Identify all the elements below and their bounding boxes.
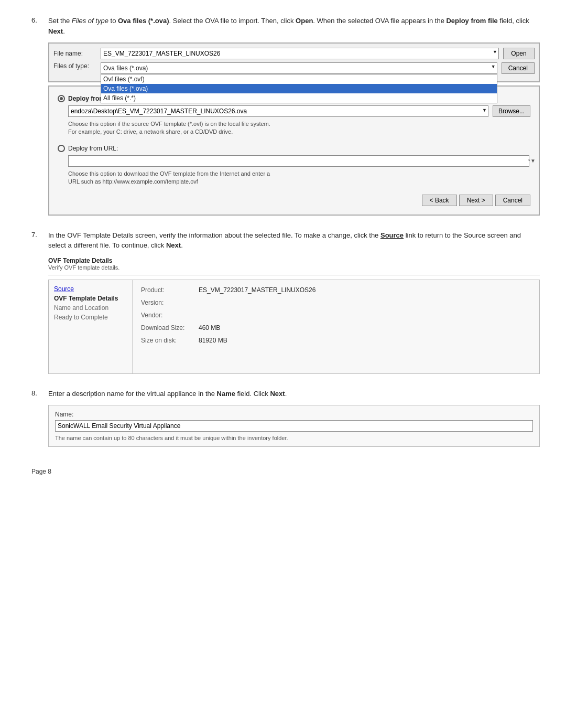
deploy-from-url-section: Deploy from URL: ▼ Choose this option to…	[58, 145, 530, 186]
url-input-wrapper: ▼	[68, 155, 530, 167]
step-7-text: In the OVF Template Details screen, veri…	[48, 230, 540, 251]
files-of-type-row: Files of type: Ova files (*.ova) Ovf fil…	[53, 62, 535, 74]
page-number: Page 8	[31, 468, 540, 475]
cancel-button-file[interactable]: Cancel	[502, 62, 535, 74]
ovf-vendor-row: Vendor:	[141, 312, 531, 319]
ovf-disk-row: Size on disk: 81920 MB	[141, 337, 531, 344]
ovf-main: Product: ES_VM_7223017_MASTER_LINUXOS26 …	[133, 280, 539, 373]
url-input[interactable]	[68, 155, 529, 167]
file-name-row: File name: Open	[53, 48, 535, 59]
file-name-select-wrapper	[101, 48, 499, 59]
files-of-type-menu[interactable]: Ovf files (*.ovf) Ova files (*.ova) All …	[101, 74, 497, 103]
step-6-text: Set the Files of type to Ova files (*.ov…	[48, 16, 540, 36]
step-number-8: 8.	[31, 389, 48, 447]
step-6-content: Set the Files of type to Ova files (*.ov…	[48, 16, 540, 216]
step-8: 8. Enter a description name for the virt…	[31, 389, 540, 447]
ovf-version-key: Version:	[141, 299, 199, 306]
step-7: 7. In the OVF Template Details screen, v…	[31, 230, 540, 374]
name-field-hint: The name can contain up to 80 characters…	[55, 435, 533, 441]
ovf-download-key: Download Size:	[141, 324, 199, 331]
sidebar-item-ready: Ready to Complete	[54, 314, 127, 321]
ovf-product-value: ES_VM_7223017_MASTER_LINUXOS26	[199, 286, 315, 294]
ovf-header-title: OVF Template Details	[48, 257, 540, 264]
files-of-type-label: Files of type:	[53, 62, 101, 70]
file-open-dialog: File name: Open Files of type: Ova files…	[48, 42, 540, 82]
ovf-disk-key: Size on disk:	[141, 337, 199, 344]
file-path-row: Browse...	[68, 105, 530, 117]
dropdown-item-ova[interactable]: Ova files (*.ova)	[101, 84, 497, 93]
files-of-type-value: Ova files (*.ova)	[101, 62, 497, 74]
name-field-input[interactable]	[55, 420, 533, 432]
ovf-product-key: Product:	[141, 286, 199, 294]
deploy-dialog: Deploy from file: Browse... Choose this …	[48, 85, 540, 216]
deploy-nav-buttons: < Back Next > Cancel	[58, 195, 530, 206]
deploy-from-file-radio[interactable]	[58, 95, 65, 102]
name-dialog: Name: The name can contain up to 80 char…	[48, 405, 540, 447]
ovf-vendor-key: Vendor:	[141, 312, 199, 319]
dropdown-item-all[interactable]: All files (*.*)	[101, 93, 497, 103]
file-input-wrapper	[68, 105, 488, 117]
file-path-input[interactable]	[68, 105, 488, 117]
ovf-header-sub: Verify OVF template details.	[48, 264, 540, 271]
deploy-from-url-radio-row: Deploy from URL:	[58, 145, 530, 152]
step-8-content: Enter a description name for the virtual…	[48, 389, 540, 447]
ovf-download-value: 460 MB	[199, 324, 220, 331]
back-button[interactable]: < Back	[422, 195, 457, 206]
cancel-button-deploy[interactable]: Cancel	[495, 195, 530, 206]
step-8-text: Enter a description name for the virtual…	[48, 389, 540, 399]
step-number-7: 7.	[31, 230, 48, 374]
ovf-download-row: Download Size: 460 MB	[141, 324, 531, 331]
file-name-label: File name:	[53, 50, 101, 57]
step-7-content: In the OVF Template Details screen, veri…	[48, 230, 540, 374]
deploy-from-url-label: Deploy from URL:	[68, 145, 118, 152]
ovf-version-row: Version:	[141, 299, 531, 306]
step-6: 6. Set the Files of type to Ova files (*…	[31, 16, 540, 216]
name-field-label: Name:	[55, 411, 533, 418]
hint-url-text: Choose this option to download the OVF t…	[68, 170, 530, 186]
divider	[48, 275, 540, 275]
browse-button[interactable]: Browse...	[493, 105, 530, 117]
url-dropdown-arrow: ▼	[530, 158, 536, 164]
deploy-from-url-radio[interactable]	[58, 145, 65, 152]
dropdown-item-ovf[interactable]: Ovf files (*.ovf)	[101, 74, 497, 84]
step-number-6: 6.	[31, 16, 48, 216]
ovf-disk-value: 81920 MB	[199, 337, 227, 344]
hint-file-text: Choose this option if the source OVF tem…	[68, 120, 530, 136]
next-button-deploy[interactable]: Next >	[459, 195, 493, 206]
file-name-input[interactable]	[101, 48, 499, 59]
sidebar-item-name-location: Name and Location	[54, 304, 127, 312]
ovf-template-dialog: Source OVF Template Details Name and Loc…	[48, 280, 540, 374]
files-of-type-select-wrapper: Ova files (*.ova)	[101, 62, 497, 74]
files-of-type-dropdown[interactable]: Ova files (*.ova) Ovf files (*.ovf) Ova …	[101, 62, 497, 74]
ovf-header: OVF Template Details Verify OVF template…	[48, 257, 540, 271]
ovf-sidebar: Source OVF Template Details Name and Loc…	[49, 280, 133, 373]
sidebar-item-source[interactable]: Source	[54, 285, 127, 293]
ovf-product-row: Product: ES_VM_7223017_MASTER_LINUXOS26	[141, 286, 531, 294]
open-button[interactable]: Open	[503, 48, 535, 59]
sidebar-item-ovf-details: OVF Template Details	[54, 295, 127, 302]
